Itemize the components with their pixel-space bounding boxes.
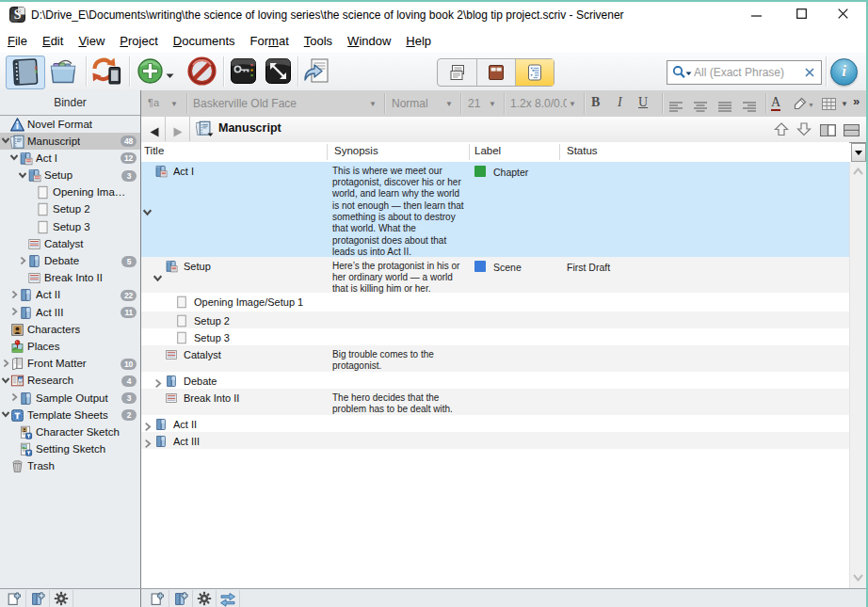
chevron-right-icon[interactable] bbox=[9, 392, 19, 404]
outline-row-break-into-ii[interactable]: Break Into IIThe hero decides that the p… bbox=[141, 389, 849, 415]
chevron-right-icon[interactable] bbox=[153, 375, 163, 386]
binder-item-trash[interactable]: Trash bbox=[0, 458, 140, 475]
align-justify-button[interactable] bbox=[718, 99, 731, 116]
highlight-button[interactable] bbox=[792, 96, 808, 116]
add-toolbar-button[interactable] bbox=[134, 56, 166, 88]
minimize-button[interactable] bbox=[742, 5, 770, 25]
highlight-dropdown-icon[interactable]: ▼ bbox=[808, 102, 814, 108]
binder-toolbar-button[interactable] bbox=[6, 56, 45, 89]
sidebar-down-button[interactable] bbox=[796, 122, 812, 140]
chevron-down-icon[interactable] bbox=[142, 204, 153, 215]
font-family-select[interactable]: Baskerville Old Face bbox=[193, 97, 364, 110]
footer-add-document-button[interactable] bbox=[145, 590, 169, 607]
chevron-right-icon[interactable] bbox=[9, 290, 19, 301]
compile-toolbar-button[interactable] bbox=[299, 56, 333, 88]
outline-row-setup-3[interactable]: Setup 3 bbox=[141, 328, 849, 345]
binder-item-template-sheets[interactable]: Template Sheets2 bbox=[0, 407, 140, 423]
font-family-dropdown-icon[interactable]: ▼ bbox=[369, 100, 377, 108]
view-mode-document[interactable] bbox=[438, 59, 476, 86]
outline-row-setup-2[interactable]: Setup 2 bbox=[141, 311, 849, 328]
paragraph-style-button[interactable]: ¶a bbox=[148, 97, 159, 108]
formatbar-overflow-chevron[interactable]: » bbox=[853, 94, 860, 108]
align-right-button[interactable] bbox=[743, 99, 756, 116]
collections-toolbar-button[interactable] bbox=[45, 56, 81, 88]
search-clear-icon[interactable] bbox=[804, 67, 815, 78]
outline-row-act-i[interactable]: Act IThis is where we meet our protagoni… bbox=[141, 162, 849, 257]
split-horizontal-button[interactable] bbox=[844, 123, 860, 140]
forward-button[interactable] bbox=[172, 124, 184, 141]
menu-edit[interactable]: Edit bbox=[35, 29, 71, 53]
binder-item-act-i[interactable]: Act I12 bbox=[0, 150, 140, 167]
italic-button[interactable]: I bbox=[618, 95, 622, 110]
line-spacing-select[interactable]: 1.2x 8.0/0.0 bbox=[510, 97, 567, 110]
compose-toolbar-button[interactable] bbox=[261, 56, 295, 88]
add-dropdown-arrow[interactable] bbox=[166, 66, 174, 83]
chevron-down-icon[interactable] bbox=[1, 136, 10, 147]
chevron-down-icon[interactable] bbox=[1, 375, 10, 387]
binder-item-debate[interactable]: Debate5 bbox=[0, 253, 140, 270]
menu-view[interactable]: View bbox=[71, 29, 112, 53]
menu-format[interactable]: Format bbox=[243, 29, 297, 53]
column-separator[interactable] bbox=[469, 144, 470, 160]
outline-row-opening-image-setup-1[interactable]: Opening Image/Setup 1 bbox=[141, 293, 849, 311]
back-button[interactable] bbox=[149, 124, 160, 141]
footer-navigate-button[interactable] bbox=[216, 590, 240, 607]
outline-row-act-iii[interactable]: Act III bbox=[141, 432, 849, 449]
scroll-down-icon[interactable] bbox=[853, 574, 863, 582]
chevron-right-icon[interactable] bbox=[142, 436, 153, 446]
scroll-up-icon[interactable] bbox=[853, 168, 863, 175]
menu-project[interactable]: Project bbox=[112, 29, 165, 53]
footer-add-document-button[interactable] bbox=[2, 590, 26, 607]
outline-scrollbar[interactable] bbox=[849, 162, 866, 588]
chevron-down-icon[interactable] bbox=[153, 270, 163, 280]
keywords-toolbar-button[interactable] bbox=[227, 56, 259, 88]
footer-add-folder-button[interactable] bbox=[169, 590, 193, 607]
close-button[interactable] bbox=[828, 5, 857, 25]
binder-item-setup[interactable]: Setup3 bbox=[0, 168, 140, 184]
binder-item-catalyst[interactable]: Catalyst bbox=[0, 235, 140, 252]
binder-item-setting-sketch[interactable]: Setting Sketch bbox=[0, 441, 140, 458]
line-spacing-dropdown-icon[interactable]: ▼ bbox=[569, 100, 576, 108]
menu-file[interactable]: File bbox=[0, 29, 35, 53]
font-size-select[interactable]: 21 bbox=[468, 97, 487, 110]
bold-button[interactable]: B bbox=[591, 95, 600, 110]
binder-item-research[interactable]: Research4 bbox=[0, 373, 140, 390]
binder-item-places[interactable]: Places bbox=[0, 338, 140, 355]
chevron-right-icon[interactable] bbox=[18, 256, 27, 267]
split-vertical-button[interactable] bbox=[820, 123, 836, 140]
align-center-button[interactable] bbox=[694, 99, 707, 116]
sidebar-up-button[interactable] bbox=[774, 122, 789, 140]
binder-item-setup-3[interactable]: Setup 3 bbox=[0, 218, 140, 235]
text-color-button[interactable]: A bbox=[771, 95, 780, 111]
underline-button[interactable]: U bbox=[638, 95, 648, 110]
font-style-select[interactable]: Normal bbox=[392, 97, 441, 110]
binder-item-act-iii[interactable]: Act III11 bbox=[0, 304, 140, 321]
delete-toolbar-button[interactable] bbox=[185, 56, 218, 88]
outline-row-catalyst[interactable]: CatalystBig trouble comes to the protago… bbox=[141, 345, 849, 372]
chevron-down-icon[interactable] bbox=[18, 170, 27, 182]
footer-add-folder-button[interactable] bbox=[25, 590, 50, 607]
search-icon[interactable] bbox=[671, 65, 694, 80]
binder-item-characters[interactable]: Characters bbox=[0, 321, 140, 338]
binder-item-novel-format[interactable]: Novel Format bbox=[0, 116, 140, 133]
binder-item-setup-2[interactable]: Setup 2 bbox=[0, 201, 140, 218]
chevron-right-icon[interactable] bbox=[9, 307, 19, 318]
column-options-button[interactable] bbox=[851, 143, 866, 162]
menu-tools[interactable]: Tools bbox=[297, 29, 340, 53]
binder-item-break-into-ii[interactable]: Break Into II bbox=[0, 270, 140, 287]
binder-item-opening-image-setup-1[interactable]: Opening Image/Setup 1 bbox=[0, 184, 140, 201]
table-dropdown-icon[interactable]: ▼ bbox=[841, 100, 848, 108]
column-header-label[interactable]: Label bbox=[474, 145, 501, 156]
menu-window[interactable]: Window bbox=[340, 29, 398, 53]
maximize-button[interactable] bbox=[787, 5, 815, 25]
footer-settings-button[interactable] bbox=[49, 590, 73, 607]
chevron-right-icon[interactable] bbox=[142, 419, 153, 429]
font-size-dropdown-icon[interactable]: ▼ bbox=[489, 100, 496, 108]
column-header-synopsis[interactable]: Synopsis bbox=[334, 145, 378, 156]
outline-row-debate[interactable]: Debate bbox=[141, 372, 849, 389]
view-mode-outline[interactable] bbox=[515, 59, 554, 86]
binder-item-act-ii[interactable]: Act II22 bbox=[0, 287, 140, 304]
font-style-dropdown-icon[interactable]: ▼ bbox=[445, 100, 453, 108]
align-left-button[interactable] bbox=[669, 99, 683, 116]
manuscript-stack-icon[interactable] bbox=[196, 120, 212, 137]
